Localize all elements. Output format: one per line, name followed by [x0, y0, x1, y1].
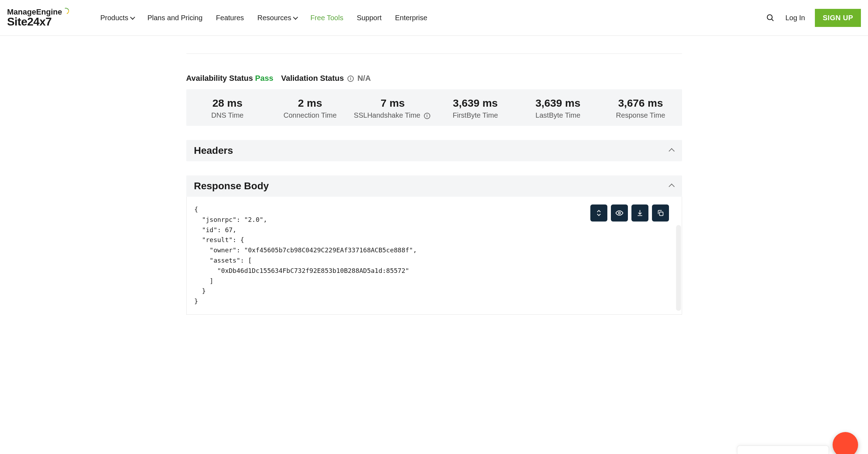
top-nav: ManageEngine Site24x7 Products Plans and…	[0, 0, 868, 36]
response-body-toggle[interactable]: Response Body	[186, 175, 682, 197]
metric-lastbyte-label: LastByte Time	[517, 111, 599, 119]
nav-features-label: Features	[216, 14, 244, 22]
metric-response-value: 3,676 ms	[599, 97, 682, 109]
svg-line-1	[772, 19, 773, 21]
signup-button[interactable]: SIGN UP	[815, 9, 861, 27]
swirl-icon	[63, 8, 69, 14]
metric-dns-value: 28 ms	[186, 97, 269, 109]
header-actions: Log In SIGN UP	[765, 9, 861, 27]
nav-enterprise[interactable]: Enterprise	[395, 14, 427, 22]
info-icon[interactable]: i	[424, 113, 430, 119]
metric-connection-label: Connection Time	[269, 111, 351, 119]
timing-metrics: 28 ms DNS Time 2 ms Connection Time 7 ms…	[186, 89, 682, 126]
login-link[interactable]: Log In	[785, 14, 805, 22]
svg-point-0	[767, 15, 772, 20]
brand-line1: ManageEngine	[7, 8, 62, 16]
nav-support[interactable]: Support	[357, 14, 381, 22]
metric-ssl-label: SSLHandshake Time i	[351, 111, 434, 119]
code-toolbar	[590, 204, 669, 222]
chevron-down-icon	[130, 15, 135, 20]
metric-firstbyte: 3,639 ms FirstByte Time	[434, 97, 516, 119]
nav-features[interactable]: Features	[216, 14, 244, 22]
nav-free-tools-label: Free Tools	[310, 14, 343, 22]
metric-dns: 28 ms DNS Time	[186, 97, 269, 119]
nav-plans-label: Plans and Pricing	[147, 14, 203, 22]
nav-resources[interactable]: Resources	[257, 14, 297, 22]
scrollbar[interactable]	[676, 225, 681, 311]
response-body-panel: { "jsonrpc": "2.0", "id": 67, "result": …	[186, 197, 682, 315]
nav-resources-label: Resources	[257, 14, 291, 22]
nav-free-tools[interactable]: Free Tools	[310, 14, 343, 22]
main-nav: Products Plans and Pricing Features Reso…	[100, 14, 753, 22]
response-body-title: Response Body	[194, 180, 269, 192]
copy-button[interactable]	[652, 204, 669, 222]
metric-firstbyte-value: 3,639 ms	[434, 97, 516, 109]
nav-plans[interactable]: Plans and Pricing	[147, 14, 203, 22]
svg-point-2	[618, 212, 620, 214]
info-icon[interactable]: i	[347, 75, 354, 82]
validation-status-label: Validation Status	[281, 74, 344, 83]
validation-status-value: N/A	[357, 74, 371, 83]
nav-products[interactable]: Products	[100, 14, 134, 22]
chevron-up-icon	[669, 184, 675, 190]
response-body-section: Response Body { "jsonrpc": "2.0", "i	[186, 175, 682, 315]
availability-status-label: Availability Status	[186, 74, 253, 83]
nav-products-label: Products	[100, 14, 128, 22]
page-main: Availability Status Pass Validation Stat…	[172, 43, 696, 336]
headers-title: Headers	[194, 145, 233, 156]
metric-ssl: 7 ms SSLHandshake Time i	[351, 97, 434, 119]
status-row: Availability Status Pass Validation Stat…	[186, 54, 682, 89]
search-icon[interactable]	[765, 12, 776, 23]
metric-response-label: Response Time	[599, 111, 682, 119]
test-result-pane	[186, 43, 682, 54]
metric-lastbyte: 3,639 ms LastByte Time	[517, 97, 599, 119]
expand-collapse-button[interactable]	[590, 204, 607, 222]
view-button[interactable]	[611, 204, 628, 222]
headers-toggle[interactable]: Headers	[186, 140, 682, 161]
svg-rect-5	[659, 212, 663, 215]
metric-connection: 2 ms Connection Time	[269, 97, 351, 119]
metric-lastbyte-value: 3,639 ms	[517, 97, 599, 109]
nav-support-label: Support	[357, 14, 381, 22]
chevron-down-icon	[293, 15, 298, 20]
metric-ssl-value: 7 ms	[351, 97, 434, 109]
nav-enterprise-label: Enterprise	[395, 14, 427, 22]
download-button[interactable]	[631, 204, 648, 222]
availability-status-value: Pass	[255, 74, 273, 83]
chevron-up-icon	[669, 148, 675, 154]
metric-dns-label: DNS Time	[186, 111, 269, 119]
metric-connection-value: 2 ms	[269, 97, 351, 109]
metric-firstbyte-label: FirstByte Time	[434, 111, 516, 119]
brand-line2: Site24x7	[7, 16, 69, 28]
headers-section: Headers	[186, 140, 682, 161]
brand-logo[interactable]: ManageEngine Site24x7	[7, 8, 75, 28]
metric-response: 3,676 ms Response Time	[599, 97, 682, 119]
